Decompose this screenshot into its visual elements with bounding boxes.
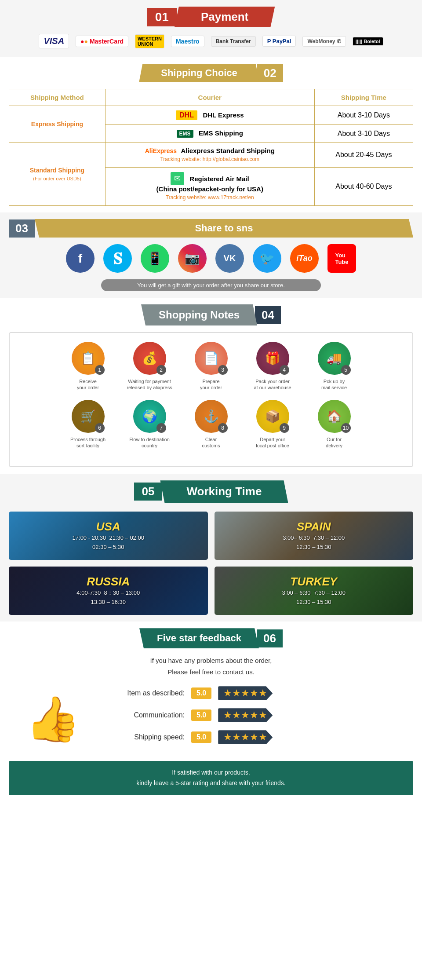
step-6-label: Process throughsort facility bbox=[64, 436, 112, 449]
dhl-name: DHL Express bbox=[203, 111, 244, 119]
payment-logos-row: VISA ●● MasterCard WESTERNUNION Maestro … bbox=[9, 34, 413, 48]
express-label: Express Shipping bbox=[31, 121, 83, 128]
rating-label-1: Item as described: bbox=[106, 689, 185, 697]
step-3-icon: 📄 3 bbox=[195, 342, 228, 375]
notes-row-1: 📋 1 Receiveyour order 💰 2 Waiting for pa… bbox=[18, 342, 404, 391]
rating-row-2: Communication: 5.0 ★★★★★ bbox=[106, 708, 413, 722]
payment-section: 01 Payment VISA ●● MasterCard WESTERNUNI… bbox=[0, 0, 422, 57]
facebook-icon[interactable]: f bbox=[66, 244, 95, 273]
turkey-card: TURKEY 3:00 – 6:30 7:30 – 12:0012:30 – 1… bbox=[215, 567, 414, 615]
skype-icon[interactable]: 𝐒 bbox=[103, 244, 132, 273]
bottom-line1: If satisfied with our products, bbox=[172, 769, 250, 776]
turkey-country: TURKEY bbox=[282, 575, 346, 589]
feedback-num: 06 bbox=[257, 629, 283, 647]
maestro-logo: Maestro bbox=[171, 36, 204, 47]
step-9: 📦 9 Depart yourlocal post office bbox=[248, 400, 297, 449]
step-5-label: Pck up bymail service bbox=[310, 378, 358, 391]
russia-content: RUSSIA 4:00-7:30 8：30 – 13:0013:30 – 16:… bbox=[76, 575, 140, 607]
feedback-intro: If you have any problems about the order… bbox=[9, 655, 413, 677]
step-9-label: Depart yourlocal post office bbox=[248, 436, 297, 449]
dhl-logo: DHL bbox=[176, 110, 197, 120]
standard-label-line1: Standard Shipping bbox=[30, 167, 84, 174]
standard-label-line2: (For order over USD5) bbox=[33, 176, 81, 181]
share-title: Share to sns bbox=[35, 219, 413, 238]
step-7-label: Flow to destinationcountry bbox=[125, 436, 174, 449]
step-9-num: 9 bbox=[280, 423, 289, 433]
feedback-header: Five star feedback 06 bbox=[9, 628, 413, 648]
payment-header: 01 Payment bbox=[9, 7, 413, 27]
step-2: 💰 2 Waiting for paymentreleased by alixp… bbox=[125, 342, 174, 391]
itao-icon[interactable]: iTao bbox=[290, 244, 319, 273]
sns-icons-row: f 𝐒 📱 📷 VK 🐦 iTao YouTube bbox=[9, 244, 413, 273]
notes-title: Shopping Notes bbox=[141, 304, 257, 325]
bottom-banner: If satisfied with our products, kindly l… bbox=[9, 761, 413, 795]
express-method: Express Shipping bbox=[9, 106, 106, 143]
twitter-icon[interactable]: 🐦 bbox=[253, 244, 281, 273]
step-1-label: Receiveyour order bbox=[64, 378, 112, 391]
step-6: 🛒 6 Process throughsort facility bbox=[64, 400, 112, 449]
step-1: 📋 1 Receiveyour order bbox=[64, 342, 112, 391]
russia-card: RUSSIA 4:00-7:30 8：30 – 13:0013:30 – 16:… bbox=[9, 567, 208, 615]
step-2-label: Waiting for paymentreleased by alixpress bbox=[125, 378, 174, 391]
instagram-icon[interactable]: 📷 bbox=[178, 244, 207, 273]
shipping-section: Shipping Choice 02 Shipping Method Couri… bbox=[0, 57, 422, 212]
turkey-times: 3:00 – 6:30 7:30 – 12:0012:30 – 15:30 bbox=[282, 589, 346, 607]
spain-times: 3:00– 6:30 7:30 – 12:0012:30 – 15:30 bbox=[283, 534, 345, 552]
col-courier: Courier bbox=[105, 89, 314, 106]
step-10-icon: 🏠 10 bbox=[318, 400, 351, 433]
spain-content: SPAIN 3:00– 6:30 7:30 – 12:0012:30 – 15:… bbox=[283, 520, 345, 552]
step-5-icon: 🚚 5 bbox=[318, 342, 351, 375]
ems-name: EMS Shipping bbox=[199, 129, 243, 137]
shipping-title: Shipping Choice bbox=[139, 64, 259, 82]
rating-stars-2: ★★★★★ bbox=[218, 708, 273, 722]
ratings-section: Item as described: 5.0 ★★★★★ Communicati… bbox=[106, 686, 413, 752]
feedback-intro-line2: Please feel free to contact us. bbox=[167, 668, 255, 676]
aliexpress-logo: AliExpress bbox=[145, 147, 177, 154]
dhl-row: DHL DHL Express bbox=[105, 106, 314, 125]
rating-score-3: 5.0 bbox=[191, 731, 211, 743]
vk-icon[interactable]: VK bbox=[215, 244, 244, 273]
step-10-num: 10 bbox=[341, 423, 351, 433]
youtube-icon[interactable]: YouTube bbox=[327, 244, 356, 273]
rating-label-3: Shipping speed: bbox=[106, 733, 185, 741]
feedback-section: Five star feedback 06 If you have any pr… bbox=[0, 622, 422, 802]
step-1-num: 1 bbox=[95, 365, 105, 375]
whatsapp-icon[interactable]: 📱 bbox=[141, 244, 169, 273]
step-3-label: Prepareyour order bbox=[187, 378, 235, 391]
step-8-icon: ⚓ 8 bbox=[195, 400, 228, 433]
step-8-num: 8 bbox=[218, 423, 228, 433]
usa-country: USA bbox=[73, 520, 144, 534]
rating-row-1: Item as described: 5.0 ★★★★★ bbox=[106, 686, 413, 700]
feedback-content: 👍 Item as described: 5.0 ★★★★★ Communica… bbox=[9, 686, 413, 752]
step-4-label: Pack your orderat our warehouse bbox=[248, 378, 297, 391]
step-5: 🚚 5 Pck up bymail service bbox=[310, 342, 358, 391]
step-2-icon: 💰 2 bbox=[133, 342, 166, 375]
spain-card: SPAIN 3:00– 6:30 7:30 – 12:0012:30 – 15:… bbox=[215, 512, 414, 560]
dhl-time: About 3-10 Days bbox=[314, 106, 413, 125]
shipping-num: 02 bbox=[257, 64, 283, 82]
step-10-label: Our fordelivery bbox=[310, 436, 358, 449]
thumbs-up-icon: 👍 bbox=[9, 693, 97, 745]
visa-logo: VISA bbox=[39, 34, 69, 48]
standard-method: Standard Shipping (For order over USD5) bbox=[9, 143, 106, 206]
payment-title: Payment bbox=[175, 7, 275, 27]
step-4-num: 4 bbox=[280, 365, 289, 375]
step-6-icon: 🛒 6 bbox=[72, 400, 105, 433]
boletol-logo: ||||| Boletol bbox=[353, 37, 383, 46]
bottom-line2: kindly leave a 5-star rating and share w… bbox=[136, 779, 285, 786]
feedback-title: Five star feedback bbox=[139, 628, 259, 648]
paypal-logo: P PayPal bbox=[262, 36, 296, 47]
gift-note: You will get a gift with your order afte… bbox=[101, 279, 321, 291]
step-7-icon: 🌍 7 bbox=[133, 400, 166, 433]
mastercard-logo: ●● MasterCard bbox=[76, 36, 128, 47]
step-3: 📄 3 Prepareyour order bbox=[187, 342, 235, 391]
usa-content: USA 17:00 - 20:30 21:30 – 02:0002:30 – 5… bbox=[73, 520, 144, 552]
col-method: Shipping Method bbox=[9, 89, 106, 106]
working-title: Working Time bbox=[160, 480, 288, 503]
bank-transfer-logo: Bank Transfer bbox=[211, 36, 256, 47]
western-union-logo: WESTERNUNION bbox=[135, 34, 164, 48]
spain-country: SPAIN bbox=[283, 520, 345, 534]
shipping-header: Shipping Choice 02 bbox=[9, 64, 413, 82]
webmoney-logo: WebMoney ✆ bbox=[302, 36, 346, 47]
payment-num: 01 bbox=[147, 8, 177, 26]
